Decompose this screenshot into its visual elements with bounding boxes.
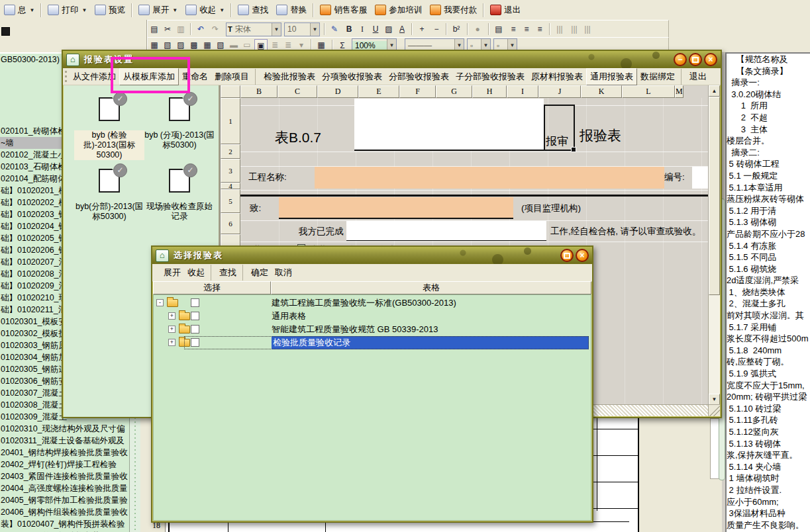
- copy-icon[interactable]: ▤: [148, 23, 160, 35]
- shrink-font-icon[interactable]: −: [430, 23, 442, 35]
- column-header[interactable]: M: [675, 85, 683, 98]
- vertical-text2-icon[interactable]: |||: [568, 23, 580, 35]
- align-right-icon[interactable]: ≡: [534, 23, 546, 35]
- resize-grip[interactable]: [708, 404, 720, 416]
- tree-row-label[interactable]: 检验批质量验收记录: [272, 336, 589, 349]
- column-header[interactable]: K: [581, 85, 622, 98]
- sheet-corner-cell[interactable]: [221, 85, 240, 98]
- row-header[interactable]: 2: [221, 144, 240, 159]
- align-left-icon[interactable]: ≡: [507, 23, 519, 35]
- expand-toggle-icon[interactable]: -: [156, 299, 164, 306]
- menu-item[interactable]: 从模板库添加: [119, 68, 179, 85]
- column-header[interactable]: H: [472, 85, 507, 98]
- number-label[interactable]: 编号:: [664, 171, 685, 183]
- row-header[interactable]: 4: [221, 183, 240, 189]
- column-header[interactable]: I: [507, 85, 538, 98]
- column-header[interactable]: J: [538, 85, 581, 98]
- tree-row[interactable]: - 建筑工程施工质量验收统一标准(GB50300-2013): [154, 296, 591, 310]
- to-input-cell[interactable]: [279, 197, 513, 219]
- column-header[interactable]: E: [358, 85, 399, 98]
- column-header[interactable]: G: [436, 85, 472, 98]
- row-checkbox[interactable]: [191, 325, 199, 333]
- menu-item[interactable]: 从文件添加: [70, 69, 119, 85]
- table-column-header[interactable]: 表格: [271, 281, 591, 294]
- grid-icon[interactable]: ▦: [311, 39, 329, 51]
- menu-item[interactable]: 分部验收报验表: [385, 69, 452, 85]
- title-input-cell[interactable]: [354, 99, 544, 151]
- panel-icon[interactable]: [1, 27, 10, 36]
- merge-cell-icon[interactable]: ▦: [201, 39, 213, 51]
- to-label[interactable]: 致:: [250, 202, 261, 214]
- menu-item[interactable]: 通用报验表: [586, 68, 637, 85]
- menu-item[interactable]: 分项验收报验表: [319, 69, 385, 85]
- sidebar-item[interactable]: 20404_高强度螺栓连接检验批质量: [0, 482, 129, 494]
- menu-item[interactable]: 数据绑定: [637, 69, 682, 85]
- column-header[interactable]: C: [278, 85, 317, 98]
- template-item[interactable]: ✓ byb (检验批)-2013(国标50300): [74, 97, 144, 160]
- toolbar-button[interactable]: 打印 ▼: [40, 3, 91, 17]
- toolbar-button[interactable]: 收起 ▼: [181, 3, 228, 17]
- minimize-button[interactable]: −: [674, 53, 687, 66]
- selected-cell[interactable]: 报审: [544, 105, 575, 151]
- template-item[interactable]: ✓ byb(分部)-2013(国标50300): [74, 169, 144, 222]
- close-button[interactable]: ×: [576, 249, 589, 262]
- toolbar-button[interactable]: 销售客服 ▼: [313, 3, 371, 17]
- toolbar-command[interactable]: 展开: [160, 265, 184, 281]
- font-color-icon[interactable]: A: [396, 23, 408, 35]
- column-header[interactable]: L: [622, 85, 675, 98]
- superscript-icon[interactable]: b²: [446, 23, 464, 35]
- fill-bucket-icon[interactable]: ▾: [295, 39, 307, 51]
- maximize-button[interactable]: [560, 249, 574, 262]
- tree-row-label[interactable]: 智能建筑工程质量验收规范 GB 50339-2013: [272, 323, 438, 336]
- menu-item[interactable]: 子分部验收报验表: [452, 69, 528, 85]
- vertical-text-icon[interactable]: |||: [549, 23, 567, 35]
- tree-row-label[interactable]: 建筑工程施工质量验收统一标准(GB50300-2013): [272, 296, 456, 310]
- split-cell-icon[interactable]: ▩: [188, 39, 200, 51]
- dialog-title-bar[interactable]: ⌂ 报验表设置 − ×: [63, 51, 721, 68]
- expand-toggle-icon[interactable]: +: [168, 339, 176, 346]
- toolbar-button[interactable]: 预览 ▼: [91, 3, 129, 17]
- sidebar-item[interactable]: 01020310_现浇结构外观及尺寸偏: [0, 423, 129, 435]
- fill-color-icon[interactable]: ▨: [383, 23, 395, 35]
- cut-icon[interactable]: ✂: [162, 23, 174, 35]
- undo-icon[interactable]: ↶: [190, 23, 208, 35]
- project-name-input-cell[interactable]: [315, 167, 664, 189]
- sidebar-item[interactable]: 20402_焊钉(栓钉)焊接工程检验: [0, 459, 129, 470]
- dropdown-arrow-icon[interactable]: ▼: [172, 7, 177, 13]
- menu-item[interactable]: 重命名: [179, 69, 211, 85]
- toolbar-button[interactable]: 我要付款 ▼: [426, 3, 481, 17]
- column-header[interactable]: D: [317, 85, 358, 98]
- form-code-cell[interactable]: 表B.0.7: [275, 128, 321, 147]
- vertical-scroll-thumb[interactable]: [709, 97, 720, 295]
- frame-icon[interactable]: ▭: [241, 39, 253, 51]
- row-header[interactable]: 3: [221, 159, 240, 183]
- close-button[interactable]: ×: [704, 53, 717, 66]
- redo-icon[interactable]: ↷: [209, 23, 221, 35]
- tree-row[interactable]: + 检验批质量验收记录: [154, 336, 591, 349]
- column-header[interactable]: B: [240, 85, 278, 98]
- align-center-icon[interactable]: ≡: [521, 23, 532, 35]
- toolbar-command[interactable]: 取消: [272, 265, 295, 281]
- toolbar-button[interactable]: 查找 ▼: [230, 3, 272, 17]
- row-checkbox[interactable]: [191, 298, 199, 307]
- toolbar-command[interactable]: 确定: [248, 265, 272, 281]
- picture-icon[interactable]: ▬: [228, 39, 240, 51]
- maximize-button[interactable]: [689, 53, 702, 66]
- sidebar-item[interactable]: 20401_钢结构焊接检验批质量验收: [0, 447, 129, 459]
- menu-item[interactable]: 删除项目: [211, 69, 256, 85]
- dropdown-arrow-icon[interactable]: ▼: [30, 7, 35, 13]
- tree-row[interactable]: + 通用表格: [154, 310, 591, 323]
- work-input-cell[interactable]: [346, 221, 546, 241]
- sidebar-item[interactable]: 20405_钢零部件加工检验批质量验: [0, 494, 129, 506]
- sidebar-item[interactable]: 20403_紧固件连接检验批质量验收: [0, 470, 129, 482]
- row-height-icon[interactable]: ≣: [269, 39, 281, 51]
- menu-item[interactable]: 检验批报验表: [260, 69, 319, 85]
- toolbar-button[interactable]: 息 ▼: [0, 3, 38, 17]
- italic-icon[interactable]: I: [356, 23, 368, 35]
- row-header[interactable]: 5: [221, 189, 240, 213]
- special-number-icon[interactable]: ●: [467, 23, 485, 35]
- insert-col-icon[interactable]: ▧: [162, 39, 174, 51]
- col-width-icon[interactable]: ≣: [282, 39, 294, 51]
- toolbar-button[interactable]: 替换 ▼: [272, 3, 311, 17]
- expand-toggle-icon[interactable]: +: [168, 312, 176, 320]
